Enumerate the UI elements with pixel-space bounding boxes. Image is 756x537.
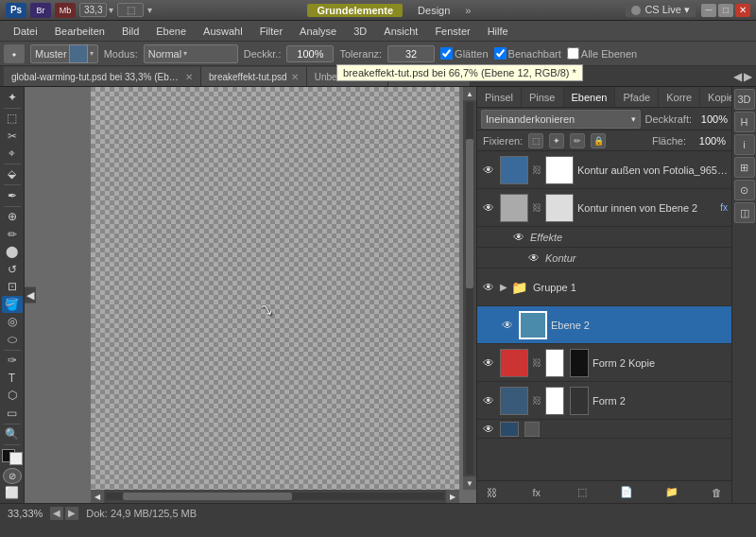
muster-swatch[interactable] [69,44,88,63]
right-btn-3d[interactable]: 3D [734,89,755,110]
right-btn-info[interactable]: i [734,134,755,155]
tool-dodge[interactable]: ⬭ [2,331,23,348]
tool-heal[interactable]: ⊕ [2,208,23,225]
tab-global-warming[interactable]: global-warming-tut.psd bei 33,3% (Ebene … [4,66,201,86]
tool-crop[interactable]: ⬙ [2,166,23,183]
layer-eye-partial[interactable]: 👁 [481,422,496,437]
br-icon[interactable]: Br [30,3,51,18]
tool-move[interactable]: ✦ [2,89,23,106]
footer-new-group-icon[interactable]: 📁 [663,484,680,501]
layer-eye-form2[interactable]: 👁 [481,393,496,408]
tab-breakeffekt[interactable]: breakeffekt-tut.psd ✕ [201,66,307,86]
layer-form2[interactable]: 👁 ⛓ Form 2 [477,382,731,420]
tool-type[interactable]: T [2,370,23,387]
modus-dropdown[interactable]: Normal ▾ [144,44,238,63]
layer-eye-form2kopie[interactable]: 👁 [481,355,496,371]
grundelemente-btn[interactable]: Grundelemente [307,4,403,17]
design-btn[interactable]: Design [408,4,459,17]
status-prev-btn[interactable]: ◀ [50,507,63,520]
menu-fenster[interactable]: Fenster [427,24,477,39]
title-extra-arrow[interactable]: ▾ [147,5,152,15]
toleranz-input[interactable]: 32 [387,45,435,62]
footer-new-layer-icon[interactable]: 📄 [618,484,635,501]
footer-mask-icon[interactable]: ⬚ [574,484,591,501]
footer-trash-icon[interactable]: 🗑 [709,484,726,501]
layer-eye-gruppe1[interactable]: 👁 [481,280,496,295]
h-scroll-track[interactable] [106,493,444,500]
muster-dropdown[interactable]: Muster ▾ [30,44,98,63]
benachbart-checkbox[interactable] [494,47,507,60]
fix-icon-chain[interactable]: 🔒 [591,133,606,148]
layer-kontur-aussen[interactable]: 👁 ⛓ Kontur außen von Fotolia_9651... [477,151,731,189]
footer-chain-icon[interactable]: ⛓ [483,484,500,501]
maximize-btn[interactable]: □ [718,4,733,17]
tool-fill[interactable]: 🪣 [2,296,23,313]
tab-global-warming-close[interactable]: ✕ [185,72,193,82]
tool-zoom[interactable]: 🔍 [2,425,23,442]
menu-ansicht[interactable]: Ansicht [376,24,425,39]
h-scrollbar[interactable]: ◀ ▶ [91,490,459,503]
canvas-document[interactable]: ⤵ [91,87,459,494]
tool-blur[interactable]: ◎ [2,314,23,331]
screen-mode-btn[interactable]: ⬜ [2,485,23,502]
menu-filter[interactable]: Filter [252,24,290,39]
menu-3d[interactable]: 3D [346,24,374,39]
tool-marquee[interactable]: ⬚ [2,110,23,127]
panel-tab-ebenen[interactable]: Ebenen [564,87,616,107]
status-next-btn[interactable]: ▶ [65,507,78,520]
tool-lasso[interactable]: ✂ [2,128,23,145]
menu-datei[interactable]: Datei [6,24,45,39]
cs-live-btn[interactable]: CS Live ▾ [626,3,696,17]
minimize-btn[interactable]: ─ [701,4,716,17]
scroll-left-btn[interactable]: ◀ [91,490,104,503]
layer-kontur-innen[interactable]: 👁 ⛓ Kontur innen von Ebene 2 fx [477,189,731,227]
zoom-arrow[interactable]: ▾ [109,5,113,15]
scroll-up-btn[interactable]: ▲ [463,87,476,100]
layer-effects-header[interactable]: 👁 Effekte [477,227,731,248]
panel-tab-kopie[interactable]: Kopie [700,87,731,107]
scroll-down-btn[interactable]: ▼ [463,476,476,490]
canvas-area[interactable]: ⤵ ◀ ▶ ▲ ▼ ◀ [25,87,476,503]
menu-bild[interactable]: Bild [114,24,146,39]
layer-partial[interactable]: 👁 [477,420,731,439]
scroll-right-btn[interactable]: ▶ [446,490,459,503]
v-scroll-thumb[interactable] [466,139,473,288]
fix-icon-move[interactable]: ✦ [549,133,564,148]
tool-shape[interactable]: ▭ [2,405,23,422]
tabs-overflow-btn[interactable]: ◀ [733,70,742,83]
fix-icon-brush[interactable]: ✏ [570,133,585,148]
layer-ebene2[interactable]: 👁 Ebene 2 [477,306,731,344]
tabs-overflow-btn2[interactable]: ▶ [744,70,752,83]
panel-tab-korre[interactable]: Korre [659,87,700,107]
layer-gruppe1[interactable]: 👁 ▶ 📁 Gruppe 1 [477,268,731,306]
title-overflow-btn[interactable]: » [465,5,471,16]
v-scrollbar[interactable]: ▲ ▼ [463,87,476,490]
v-scroll-track[interactable] [466,102,473,475]
layer-eye-effects[interactable]: 👁 [511,230,526,245]
menu-auswahl[interactable]: Auswahl [196,24,250,39]
deckk-input[interactable]: 100% [286,45,334,62]
menu-hilfe[interactable]: Hilfe [480,24,516,39]
tool-pen[interactable]: ✑ [2,352,23,369]
tool-eyedropper[interactable]: ✒ [2,187,23,204]
layer-eye-kontur-aussen[interactable]: 👁 [481,163,496,178]
glatten-check[interactable]: Glätten [440,47,488,60]
tool-eraser[interactable]: ⊡ [2,279,23,296]
h-scroll-thumb[interactable] [123,493,292,500]
glatten-checkbox[interactable] [440,47,453,60]
tool-brush[interactable]: ✏ [2,226,23,243]
panel-tab-pinsel1[interactable]: Pinsel [477,87,522,107]
tab-breakeffekt-close[interactable]: ✕ [291,72,299,82]
layer-arrow-gruppe1[interactable]: ▶ [500,282,507,292]
alle-ebenen-check[interactable]: Alle Ebenen [567,47,637,60]
menu-ebene[interactable]: Ebene [148,24,194,39]
benachbart-check[interactable]: Benachbart [494,47,561,60]
layer-eye-kontur[interactable]: 👁 [526,251,541,266]
footer-new-style-icon[interactable]: fx [528,484,545,501]
menu-analyse[interactable]: Analyse [292,24,344,39]
layer-kontur-effect[interactable]: 👁 Kontur [477,248,731,268]
tool-magic-wand[interactable]: ⌖ [2,145,23,162]
right-btn-hist[interactable]: H [734,112,755,132]
quick-mask-btn[interactable]: ⊘ [3,468,22,483]
color-swatches[interactable] [2,449,23,466]
